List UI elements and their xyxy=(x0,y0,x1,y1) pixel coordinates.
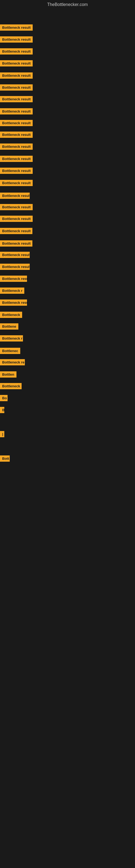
bottleneck-result-item: Bottleneck r xyxy=(0,335,23,343)
bottleneck-badge: Bottleneck result xyxy=(0,193,30,199)
bottleneck-badge: Bottlen xyxy=(0,371,16,378)
bottleneck-badge: Bottleneck result xyxy=(0,120,33,126)
bottleneck-result-item: Bottleneck result xyxy=(0,60,33,67)
bottleneck-badge: Bo xyxy=(0,395,8,401)
bottleneck-badge: Bott xyxy=(0,456,10,462)
bottleneck-result-item: B xyxy=(0,407,4,414)
bottleneck-badge: Bottleneck result xyxy=(0,48,33,55)
bottleneck-result-item: Bottleneck result xyxy=(0,240,32,248)
bottleneck-result-item: Bottleneck result xyxy=(0,24,33,32)
bottleneck-badge: B xyxy=(0,407,4,413)
bottleneck-result-item: Bottleneck result xyxy=(0,252,30,259)
bottleneck-badge: Bottleneck result xyxy=(0,131,33,138)
bottleneck-badge: Bottleneck result xyxy=(0,180,33,186)
bottleneck-result-item: Bo xyxy=(0,395,8,402)
bottleneck-badge: Bottleneck result xyxy=(0,144,33,150)
bottleneck-badge: Bottleneck r xyxy=(0,335,23,341)
bottleneck-badge: Bottleneck result xyxy=(0,228,32,234)
bottleneck-badge: Bottleneck result xyxy=(0,96,33,102)
bottleneck-badge: Bottleneck resu xyxy=(0,300,27,306)
bottleneck-result-item: Bottleneck result xyxy=(0,216,33,223)
bottleneck-badge: Bottleneck result xyxy=(0,36,33,42)
bottleneck-badge: Bottleneck xyxy=(0,312,22,318)
bottleneck-result-item: Bottleneck re xyxy=(0,359,25,367)
bottleneck-result-item: Bottleneck result xyxy=(0,108,33,116)
bottleneck-result-item: Bottleneck resu xyxy=(0,300,27,307)
bottleneck-result-item: Bottleneck result xyxy=(0,84,33,92)
bottleneck-badge: Bottleneck result xyxy=(0,216,33,222)
bottleneck-badge: Bottleneck result xyxy=(0,240,32,247)
bottleneck-result-item: Bottlene xyxy=(0,323,18,331)
bottleneck-badge: Bottleneck result xyxy=(0,252,30,258)
bottleneck-result-item: Bottleneck result xyxy=(0,264,30,271)
bottleneck-badge: Bottleneck result xyxy=(0,108,33,115)
bottleneck-badge: Bottleneck result xyxy=(0,60,33,66)
bottleneck-badge: Bottleneck result xyxy=(0,72,33,79)
bottleneck-badge: Bottleneck result xyxy=(0,24,33,31)
bottleneck-result-item: Bottlenec xyxy=(0,348,20,355)
bottleneck-result-item: Bottleneck result xyxy=(0,180,33,187)
bottleneck-badge: Bottleneck result xyxy=(0,156,33,162)
bottleneck-result-item: Bottleneck result xyxy=(0,36,33,44)
bottleneck-result-item: Bottleneck xyxy=(0,312,22,319)
bottleneck-result-item: Bott xyxy=(0,456,10,463)
bottleneck-result-item: Bottleneck r xyxy=(0,287,24,295)
bottleneck-badge: Bottleneck result xyxy=(0,84,33,91)
bottleneck-badge: Bottleneck xyxy=(0,383,21,389)
site-title: TheBottlenecker.com xyxy=(0,0,135,9)
bottleneck-result-item: Bottleneck result xyxy=(0,120,33,127)
bottleneck-result-item: Bottlen xyxy=(0,371,16,379)
bottleneck-result-item: Bottleneck result xyxy=(0,204,33,211)
bottleneck-badge: Bottleneck result xyxy=(0,204,33,210)
bottleneck-badge: | xyxy=(0,431,4,437)
bottleneck-result-item: Bottleneck result xyxy=(0,276,27,283)
bottleneck-badge: Bottleneck r xyxy=(0,287,24,294)
bottleneck-result-item: Bottleneck result xyxy=(0,96,33,103)
bottleneck-result-item: Bottleneck result xyxy=(0,72,33,80)
bottleneck-badge: Bottleneck result xyxy=(0,264,30,270)
bottleneck-badge: Bottlenec xyxy=(0,348,20,354)
bottleneck-badge: Bottleneck re xyxy=(0,359,25,365)
bottleneck-result-item: Bottleneck result xyxy=(0,228,32,235)
bottleneck-badge: Bottlene xyxy=(0,323,18,330)
bottleneck-result-item: | xyxy=(0,431,4,438)
bottleneck-badge: Bottleneck result xyxy=(0,276,27,282)
bottleneck-result-item: Bottleneck result xyxy=(0,131,33,139)
bottleneck-badge: Bottleneck result xyxy=(0,167,33,174)
bottleneck-result-item: Bottleneck result xyxy=(0,48,33,56)
bottleneck-result-item: Bottleneck result xyxy=(0,193,30,200)
bottleneck-result-item: Bottleneck result xyxy=(0,144,33,151)
bottleneck-result-item: Bottleneck xyxy=(0,383,21,390)
bottleneck-result-item: Bottleneck result xyxy=(0,156,33,163)
bottleneck-result-item: Bottleneck result xyxy=(0,167,33,175)
